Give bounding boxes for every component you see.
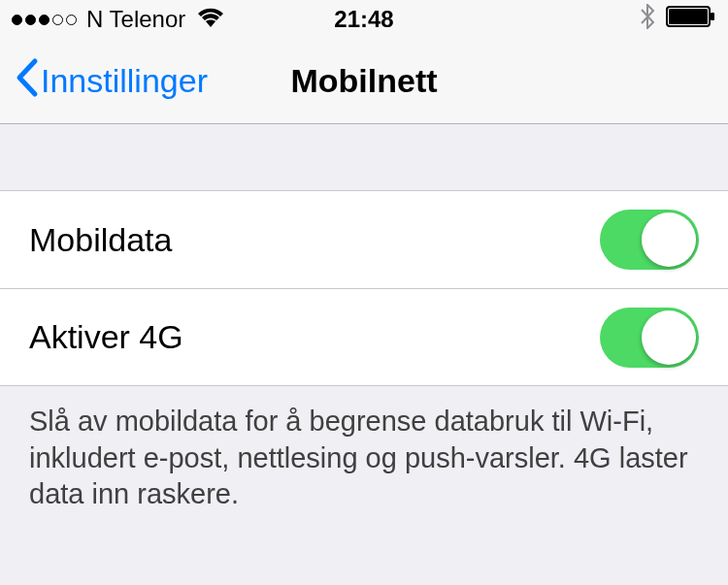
aktiver-4g-label: Aktiver 4G bbox=[29, 318, 183, 356]
status-time: 21:48 bbox=[334, 6, 393, 33]
carrier-label: N Telenor bbox=[86, 6, 185, 33]
mobildata-label: Mobildata bbox=[29, 221, 172, 259]
aktiver-4g-toggle[interactable] bbox=[600, 308, 699, 368]
status-bar-right bbox=[641, 4, 716, 35]
settings-group: Mobildata Aktiver 4G bbox=[0, 190, 728, 386]
chevron-left-icon bbox=[14, 57, 39, 106]
page-title: Mobilnett bbox=[290, 62, 437, 100]
mobildata-toggle[interactable] bbox=[600, 210, 699, 270]
battery-icon bbox=[666, 6, 716, 33]
wifi-icon bbox=[197, 6, 224, 33]
status-bar: N Telenor 21:48 bbox=[0, 0, 728, 39]
back-button[interactable]: Innstillinger bbox=[14, 57, 208, 106]
nav-bar: Innstillinger Mobilnett bbox=[0, 39, 728, 124]
svg-rect-1 bbox=[669, 9, 708, 24]
signal-strength-icon bbox=[12, 15, 77, 25]
back-label: Innstillinger bbox=[41, 62, 208, 100]
svg-rect-2 bbox=[711, 13, 714, 20]
spacer bbox=[0, 124, 728, 190]
bluetooth-icon bbox=[641, 4, 656, 35]
aktiver-4g-row: Aktiver 4G bbox=[0, 288, 728, 385]
mobildata-row: Mobildata bbox=[0, 191, 728, 288]
settings-footer-text: Slå av mobildata for å begrense databruk… bbox=[0, 386, 728, 531]
content-area: Mobildata Aktiver 4G Slå av mobildata fo… bbox=[0, 124, 728, 531]
status-bar-left: N Telenor bbox=[12, 6, 224, 33]
